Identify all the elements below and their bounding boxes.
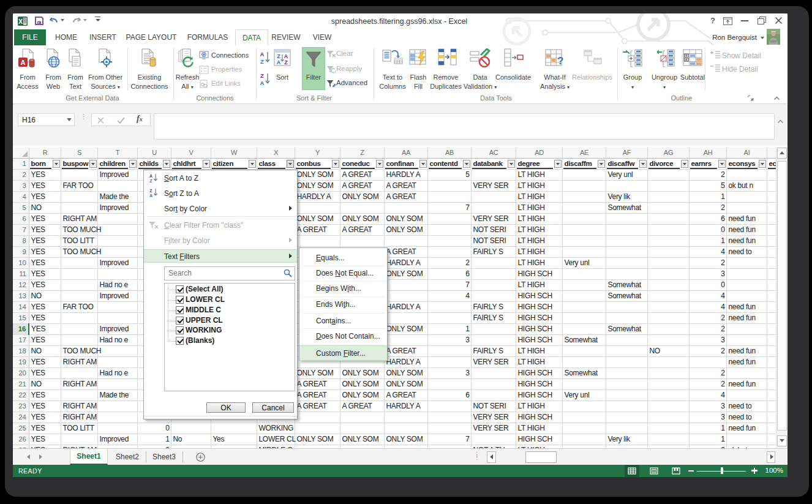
svg-text:A: A	[260, 80, 265, 86]
svg-text:X: X	[18, 18, 23, 25]
svg-text:A: A	[260, 51, 265, 58]
svg-text:Z: Z	[260, 58, 264, 65]
svg-text:A: A	[284, 53, 288, 59]
svg-text:A: A	[21, 59, 26, 66]
svg-text:?: ?	[557, 55, 563, 67]
svg-text:Z: Z	[260, 72, 264, 79]
svg-text:Z: Z	[284, 59, 288, 66]
svg-text:Z: Z	[277, 53, 280, 59]
svg-text:A: A	[277, 59, 281, 66]
